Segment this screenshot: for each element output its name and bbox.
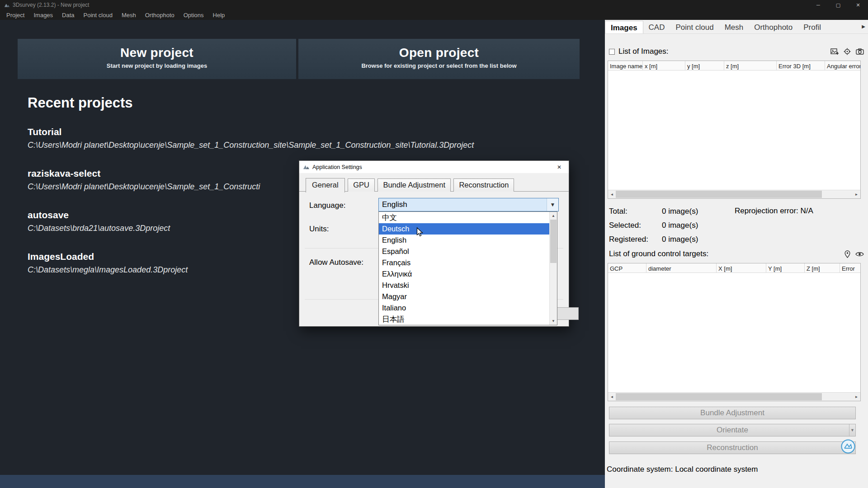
open-project-button[interactable]: Open project Browse for existing project… — [298, 39, 580, 79]
bundle-adjustment-button[interactable]: Bundle Adjustment — [609, 407, 856, 419]
minimize-icon[interactable]: ─ — [808, 0, 828, 10]
language-option[interactable]: Ελληνικά — [379, 268, 549, 280]
orientate-button[interactable]: Orientate ▼ — [609, 424, 856, 436]
column-z[interactable]: Z [m] — [805, 263, 840, 272]
menu-mesh[interactable]: Mesh — [117, 12, 141, 19]
column-angular-error[interactable]: Angular error — [825, 61, 860, 70]
column-x[interactable]: X [m] — [717, 263, 766, 272]
add-images-icon[interactable] — [830, 48, 839, 55]
menu-project[interactable]: Project — [2, 12, 29, 19]
reconstruction-button[interactable]: Reconstruction — [609, 441, 856, 454]
tab-reconstruction[interactable]: Reconstruction — [453, 178, 514, 192]
mouse-cursor — [416, 227, 424, 237]
scrollbar-track[interactable] — [616, 393, 853, 401]
language-option[interactable]: 日本語 — [379, 314, 549, 325]
project-name[interactable]: autosave — [28, 210, 170, 221]
images-table-body[interactable] — [608, 70, 860, 190]
tab-cad[interactable]: CAD — [643, 21, 670, 33]
scroll-left-icon[interactable]: ◄ — [608, 393, 616, 401]
gcp-table: GCP diameter X [m] Y [m] Z [m] Error ◄ ► — [608, 263, 861, 401]
scroll-down-icon[interactable]: ▼ — [550, 317, 557, 325]
tab-profile[interactable]: Profil — [798, 21, 826, 33]
tab-scroll-right-icon[interactable]: ▶ — [860, 24, 867, 29]
maximize-icon[interactable]: ▢ — [828, 0, 848, 10]
recent-project-item[interactable]: Tutorial C:\Users\Modri planet\Desktop\u… — [28, 127, 474, 150]
scrollbar-track[interactable] — [550, 220, 557, 317]
menu-data[interactable]: Data — [57, 12, 79, 19]
select-all-images-checkbox[interactable] — [609, 49, 615, 55]
language-option[interactable]: Hrvatski — [379, 280, 549, 291]
column-error[interactable]: Error — [840, 263, 860, 272]
recent-project-item[interactable]: raziskava-select C:\Users\Modri planet\D… — [28, 168, 260, 192]
column-y[interactable]: y [m] — [685, 61, 724, 70]
language-option[interactable]: Italiano — [379, 302, 549, 314]
gcp-pin-icon[interactable] — [844, 250, 850, 258]
tab-general[interactable]: General — [306, 178, 345, 192]
language-option[interactable]: Magyar — [379, 291, 549, 302]
panel-tab-bar: Images CAD Point cloud Mesh Orthophoto P… — [605, 21, 868, 34]
column-z[interactable]: z [m] — [724, 61, 777, 70]
scroll-left-icon[interactable]: ◄ — [608, 190, 616, 198]
right-panel: Images CAD Point cloud Mesh Orthophoto P… — [605, 20, 868, 488]
scroll-right-icon[interactable]: ► — [853, 393, 860, 401]
language-option[interactable]: Français — [379, 257, 549, 268]
images-horizontal-scrollbar[interactable]: ◄ ► — [608, 190, 860, 198]
tab-bundle-adjustment[interactable]: Bundle Adjustment — [377, 178, 451, 192]
image-positions-icon[interactable] — [844, 48, 851, 55]
project-name[interactable]: ImagesLoaded — [28, 251, 188, 262]
dialog-close-icon[interactable]: ✕ — [550, 161, 569, 173]
dropdown-scrollbar[interactable]: ▲ ▼ — [549, 212, 557, 325]
dialog-title-bar[interactable]: Application Settings ✕ — [299, 161, 569, 173]
scrollbar-thumb[interactable] — [550, 220, 557, 263]
camera-icon[interactable] — [856, 48, 864, 55]
orientate-dropdown-icon[interactable]: ▼ — [849, 424, 855, 436]
recent-project-item[interactable]: autosave C:\Datasets\brda21\autosave.3Dp… — [28, 210, 170, 233]
menu-point-cloud[interactable]: Point cloud — [79, 12, 117, 19]
gcp-horizontal-scrollbar[interactable]: ◄ ► — [608, 392, 860, 401]
column-y[interactable]: Y [m] — [766, 263, 805, 272]
tab-gpu[interactable]: GPU — [348, 178, 375, 192]
project-name[interactable]: Tutorial — [28, 127, 474, 137]
tab-orthophoto[interactable]: Orthophoto — [749, 21, 798, 33]
project-path: C:\Users\Modri planet\Desktop\ucenje\Sam… — [28, 141, 474, 150]
gcp-table-body[interactable] — [608, 273, 860, 392]
app-logo-icon — [4, 2, 10, 8]
new-project-title: New project — [18, 46, 296, 60]
language-option[interactable]: English — [379, 235, 549, 246]
visibility-icon[interactable] — [855, 251, 864, 257]
menu-images[interactable]: Images — [29, 12, 57, 19]
language-combobox[interactable]: English ▼ — [378, 198, 559, 211]
language-option-highlighted[interactable]: Deutsch — [379, 223, 549, 235]
column-x[interactable]: x [m] — [643, 61, 685, 70]
dialog-title: Application Settings — [312, 164, 362, 170]
settings-dialog: Application Settings ✕ General GPU Bundl… — [299, 160, 569, 327]
project-path: C:\Datasets\megla\ImagesLoaded.3Dproject — [28, 265, 188, 275]
gcp-section-header: List of ground control targets: — [609, 249, 864, 259]
recent-project-item[interactable]: ImagesLoaded C:\Datasets\megla\ImagesLoa… — [28, 251, 188, 275]
tab-point-cloud[interactable]: Point cloud — [670, 21, 719, 33]
column-image-name[interactable]: Image name — [608, 61, 643, 70]
language-option[interactable]: Español — [379, 246, 549, 257]
column-diameter[interactable]: diameter — [646, 263, 717, 272]
scroll-right-icon[interactable]: ► — [853, 190, 860, 198]
language-option[interactable]: 中文 — [379, 212, 549, 223]
project-name[interactable]: raziskava-select — [28, 168, 260, 179]
new-project-button[interactable]: New project Start new project by loading… — [18, 39, 296, 79]
tab-images[interactable]: Images — [605, 21, 643, 33]
column-gcp[interactable]: GCP — [608, 263, 646, 272]
scrollbar-thumb[interactable] — [616, 393, 822, 400]
close-icon[interactable]: ✕ — [848, 0, 868, 10]
scrollbar-track[interactable] — [616, 190, 853, 198]
project-path: C:\Users\Modri planet\Desktop\ucenje\Sam… — [28, 182, 260, 192]
combobox-dropdown-icon[interactable]: ▼ — [547, 198, 558, 211]
column-error-3d[interactable]: Error 3D [m] — [777, 61, 825, 70]
recent-projects-heading: Recent projects — [28, 95, 133, 111]
tab-mesh[interactable]: Mesh — [719, 21, 749, 33]
menu-help[interactable]: Help — [208, 12, 230, 19]
menu-options[interactable]: Options — [179, 12, 208, 19]
image-stats: Total: 0 image(s) Selected: 0 image(s) R… — [609, 204, 862, 246]
scroll-up-icon[interactable]: ▲ — [550, 212, 557, 220]
scrollbar-thumb[interactable] — [616, 191, 822, 198]
menu-orthophoto[interactable]: Orthophoto — [141, 12, 179, 19]
language-dropdown-list: 中文 Deutsch English Español Français Ελλη… — [378, 211, 557, 325]
